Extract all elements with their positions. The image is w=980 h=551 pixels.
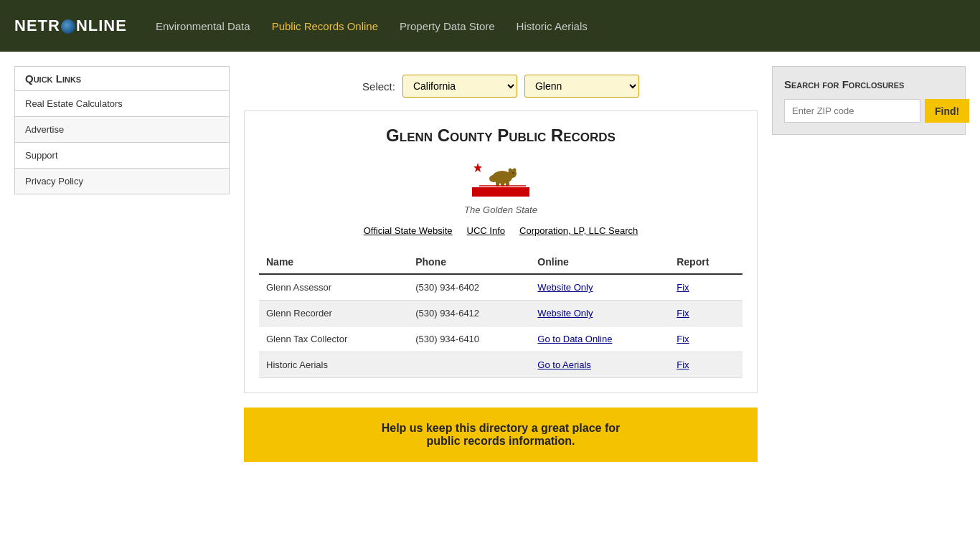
foreclosure-box: Search for Forclosures Find!: [772, 66, 966, 135]
records-table: Name Phone Online Report Glenn Assessor …: [259, 250, 743, 378]
col-name: Name: [259, 250, 408, 274]
state-flag: CALIFORNIA REPUBLIC: [259, 157, 743, 199]
row-phone: (530) 934-6410: [408, 326, 530, 352]
right-panel: Search for Forclosures Find!: [772, 66, 966, 462]
sidebar-item-advertise[interactable]: Advertise: [15, 117, 229, 143]
col-phone: Phone: [408, 250, 530, 274]
state-links: Official State Website UCC Info Corporat…: [259, 225, 743, 236]
row-report: Fix: [669, 274, 743, 301]
fix-link-2[interactable]: Fix: [677, 334, 689, 344]
site-logo: NETRNLINE: [14, 17, 127, 35]
online-link-0[interactable]: Website Only: [537, 282, 593, 293]
table-body: Glenn Assessor (530) 934-6402 Website On…: [259, 274, 743, 378]
logo-suffix: NLINE: [76, 17, 127, 34]
row-phone: (530) 934-6402: [408, 274, 530, 301]
main-content: Select: California Alabama Alaska Arizon…: [244, 66, 758, 462]
row-online: Go to Data Online: [530, 326, 669, 352]
county-select[interactable]: Glenn Los Angeles San Francisco Sacramen…: [524, 75, 639, 98]
banner-line2: public records information.: [258, 435, 743, 448]
sidebar-item-real-estate[interactable]: Real Estate Calculators: [15, 91, 229, 117]
county-section: Glenn County Public Records: [244, 110, 758, 393]
ucc-info-link[interactable]: UCC Info: [467, 225, 505, 236]
table-row: Glenn Tax Collector (530) 934-6410 Go to…: [259, 326, 743, 352]
row-online: Go to Aerials: [530, 352, 669, 378]
main-nav: Environmental Data Public Records Online…: [156, 20, 588, 32]
select-row: Select: California Alabama Alaska Arizon…: [244, 66, 758, 110]
state-select[interactable]: California Alabama Alaska Arizona Arkans…: [402, 75, 517, 98]
table-row: Glenn Recorder (530) 934-6412 Website On…: [259, 301, 743, 326]
row-name: Historic Aerials: [259, 352, 408, 378]
page-wrapper: Quick Links Real Estate Calculators Adve…: [0, 52, 980, 476]
col-report: Report: [669, 250, 743, 274]
table-header: Name Phone Online Report: [259, 250, 743, 274]
quick-links-title: Quick Links: [14, 66, 230, 90]
banner-line1: Help us keep this directory a great plac…: [258, 422, 743, 435]
row-online: Website Only: [530, 301, 669, 326]
logo-text: NETR: [14, 17, 60, 34]
row-report: Fix: [669, 352, 743, 378]
col-online: Online: [530, 250, 669, 274]
nav-env-data[interactable]: Environmental Data: [156, 20, 250, 32]
online-link-3[interactable]: Go to Aerials: [537, 359, 590, 370]
select-label: Select:: [362, 80, 395, 93]
site-header: NETRNLINE Environmental Data Public Reco…: [0, 0, 980, 52]
nav-public-records[interactable]: Public Records Online: [272, 20, 378, 32]
row-phone: [408, 352, 530, 378]
row-name: Glenn Recorder: [259, 301, 408, 326]
nav-property-data[interactable]: Property Data Store: [400, 20, 495, 32]
county-title: Glenn County Public Records: [259, 126, 743, 146]
official-state-website-link[interactable]: Official State Website: [364, 225, 453, 236]
svg-point-8: [512, 172, 514, 174]
table-row: Historic Aerials Go to Aerials Fix: [259, 352, 743, 378]
fix-link-1[interactable]: Fix: [677, 308, 689, 319]
fix-link-3[interactable]: Fix: [677, 359, 689, 370]
online-link-1[interactable]: Website Only: [537, 308, 593, 319]
corporation-search-link[interactable]: Corporation, LP, LLC Search: [519, 225, 638, 236]
row-report: Fix: [669, 301, 743, 326]
svg-point-7: [513, 169, 517, 172]
svg-point-6: [509, 169, 512, 172]
sidebar-item-support[interactable]: Support: [15, 143, 229, 169]
online-link-2[interactable]: Go to Data Online: [537, 334, 612, 344]
row-online: Website Only: [530, 274, 669, 301]
row-name: Glenn Tax Collector: [259, 326, 408, 352]
svg-point-4: [489, 175, 498, 182]
row-report: Fix: [669, 326, 743, 352]
nav-historic-aerials[interactable]: Historic Aerials: [517, 20, 588, 32]
state-caption: The Golden State: [259, 204, 743, 215]
foreclosure-title: Search for Forclosures: [784, 78, 953, 90]
california-flag-svg: CALIFORNIA REPUBLIC: [472, 157, 529, 197]
foreclosure-input-row: Find!: [784, 99, 953, 123]
row-name: Glenn Assessor: [259, 274, 408, 301]
svg-text:CALIFORNIA REPUBLIC: CALIFORNIA REPUBLIC: [483, 191, 519, 194]
sidebar-item-privacy[interactable]: Privacy Policy: [15, 169, 229, 194]
zip-input[interactable]: [784, 99, 920, 123]
table-row: Glenn Assessor (530) 934-6402 Website On…: [259, 274, 743, 301]
find-button[interactable]: Find!: [925, 99, 969, 123]
fix-link-0[interactable]: Fix: [677, 282, 689, 293]
yellow-banner: Help us keep this directory a great plac…: [244, 408, 758, 462]
sidebar: Quick Links Real Estate Calculators Adve…: [14, 66, 230, 462]
row-phone: (530) 934-6412: [408, 301, 530, 326]
globe-icon: [61, 19, 75, 34]
quick-links-list: Real Estate Calculators Advertise Suppor…: [14, 90, 230, 194]
